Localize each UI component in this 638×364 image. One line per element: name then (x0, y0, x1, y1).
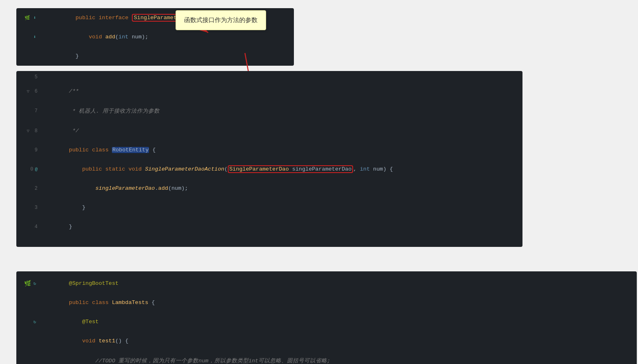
line-content: public class LambdaTests { (41, 293, 637, 312)
kw-int: int (360, 166, 373, 172)
line-num: 4 (31, 224, 38, 230)
paren: ( (225, 166, 228, 172)
line-content: } (41, 218, 522, 236)
line-content: } (41, 47, 294, 65)
indent3: } (69, 204, 86, 211)
class-lambdatests: LambdaTests (112, 300, 148, 306)
line-gutter: 9 (16, 147, 41, 153)
brace: { (149, 147, 156, 153)
type-int: int (118, 34, 131, 40)
line-content: */ (41, 122, 522, 140)
at-icon: @ (35, 167, 38, 172)
method-test1: test1 (99, 338, 116, 344)
code-line: 🌿 ↻ @SpringBootTest (16, 274, 637, 293)
line-gutter: ▽ 6 (16, 89, 41, 94)
impl-icon: ⬇ (32, 15, 38, 21)
fold-marker[interactable]: ▽ (27, 128, 29, 133)
keyword-interface: interface (99, 15, 132, 21)
code-line: public class LambdaTests { (16, 293, 637, 312)
method-add: add (105, 34, 115, 40)
keyword-void: void (89, 34, 105, 40)
line-gutter: ⬇ (16, 34, 41, 40)
code-line: //TODO 重写的时候，因为只有一个参数num，所以参数类型int可以忽略、圆… (16, 351, 637, 364)
code-line: ▽ 8 */ (16, 121, 522, 140)
line-content (41, 238, 522, 244)
comment-open: /** (69, 88, 79, 94)
line-content: void test1() { (41, 332, 637, 350)
line-gutter: 0 @ (16, 166, 41, 172)
brace-close2: } (69, 224, 72, 230)
line-num: 7 (31, 108, 38, 114)
line-num: 2 (31, 186, 38, 191)
param-num2: num) { (373, 166, 393, 172)
line-num: 0 (27, 166, 33, 172)
param-box-red: SingleParameterDao singleParameterDao (228, 165, 353, 173)
cycle-icon: ↻ (32, 281, 38, 286)
code-line: 5 (16, 73, 522, 82)
code-line: 2 singleParameterDao.add(num); (16, 179, 522, 198)
comment-robot: * 机器人. 用于接收方法作为参数 (69, 108, 160, 114)
comment-close: */ (69, 128, 79, 134)
line-gutter: 🌿 ⬇ (16, 15, 41, 21)
leaf-icon: 🌿 (24, 15, 30, 21)
kw-class: class (92, 147, 112, 153)
code-line: ⬇ void add(int num); (16, 27, 294, 47)
line-content: public class RobotEntity { (41, 141, 522, 159)
line-num: 3 (31, 205, 38, 211)
line-gutter: 3 (16, 205, 41, 211)
fold-marker[interactable]: ▽ (27, 89, 29, 94)
line-content (41, 74, 522, 80)
line-gutter: ↻ (16, 319, 41, 325)
line-gutter: 5 (16, 74, 41, 80)
code-line: void test1() { (16, 331, 637, 351)
indent4 (69, 319, 82, 325)
method-name: SingleParameterDaoAction (145, 166, 224, 172)
kw-public: public (69, 147, 92, 153)
code-line: } (16, 47, 294, 66)
line-gutter: 2 (16, 186, 41, 191)
method-add2: add (158, 185, 168, 191)
comma-params: , (353, 166, 360, 172)
code-line: 0 @ public static void SingleParameterDa… (16, 160, 522, 179)
line-content: } (41, 198, 522, 217)
kw-void: void (129, 166, 145, 172)
tooltip-box: 函数式接口作为方法的参数 (176, 10, 266, 30)
keyword-public: public (76, 15, 99, 21)
line-content: /** (41, 82, 522, 100)
line-gutter: 🌿 ↻ (16, 281, 41, 286)
panel-3: 🌿 ↻ @SpringBootTest public class LambdaT… (16, 271, 637, 364)
code-line: 9 public class RobotEntity { (16, 140, 522, 160)
indent5 (69, 338, 82, 344)
fold-icon: ⬇ (32, 34, 38, 40)
line-gutter: 7 (16, 108, 41, 114)
line-content: @SpringBootTest (41, 274, 637, 293)
annotation-springboottest: @SpringBootTest (69, 280, 119, 286)
dot1: . (155, 185, 158, 191)
main-container: 🌿 ⬇ public interface SingleParameterDao … (0, 0, 638, 364)
call-spd: singleParameterDao (96, 185, 155, 191)
param-num: num); (132, 34, 149, 40)
line-content: singleParameterDao.add(num); (41, 179, 522, 198)
code-line: ▽ 6 /** (16, 82, 522, 101)
line-content: @Test (41, 313, 637, 331)
gap2 (8, 247, 630, 259)
call-args: (num); (168, 185, 188, 191)
line-content: public static void SingleParameterDaoAct… (41, 160, 522, 178)
indent (76, 34, 89, 40)
indent2 (69, 185, 96, 191)
code-line: 7 * 机器人. 用于接收方法作为参数 (16, 101, 522, 121)
panel-2: 5 ▽ 6 /** 7 * 机器人. 用于接收方法作为参数 (16, 71, 522, 247)
kw-class2: class (92, 300, 112, 306)
brace-close: } (76, 53, 79, 59)
panel1-tooltip-container: 🌿 ⬇ public interface SingleParameterDao … (8, 8, 630, 66)
brace3: { (148, 300, 155, 306)
kw-static: static (105, 166, 129, 172)
line-content: //TODO 重写的时候，因为只有一个参数num，所以参数类型int可以忽略、圆… (41, 351, 637, 364)
code-line: ↻ @Test (16, 312, 637, 331)
line-num: 5 (31, 74, 38, 80)
class-robotentity: RobotEntity (112, 147, 149, 153)
gap1 (8, 66, 630, 69)
kw-void2: void (82, 338, 99, 344)
code-line (16, 236, 522, 245)
indent (69, 166, 82, 172)
